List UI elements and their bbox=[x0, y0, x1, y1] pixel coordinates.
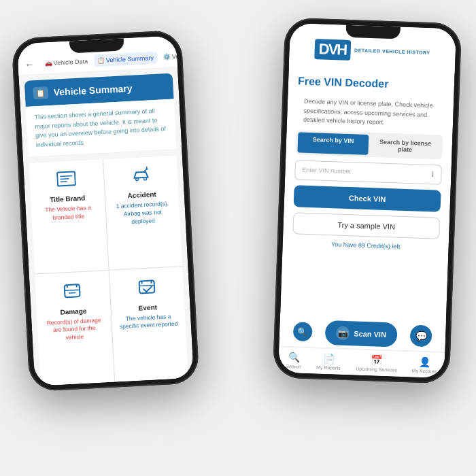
vin-input-row[interactable]: Enter VIN number ℹ bbox=[294, 160, 442, 185]
footer-account-label: My Account bbox=[412, 368, 437, 373]
search-icon: 🔍 bbox=[297, 327, 307, 337]
chat-icon: 💬 bbox=[415, 330, 428, 342]
info-icon: ℹ bbox=[431, 170, 434, 179]
title-brand-icon bbox=[56, 170, 77, 191]
check-vin-button[interactable]: Check VIN bbox=[294, 185, 441, 212]
accident-status: 1 accident record(s). Airbag was not dep… bbox=[112, 200, 173, 227]
accident-icon bbox=[130, 166, 152, 188]
tab-search-vin[interactable]: Search by VIN bbox=[297, 132, 369, 155]
event-label: Event bbox=[138, 303, 157, 311]
section-description: This section shows a general summary of … bbox=[26, 99, 177, 158]
tab-ve[interactable]: ⚙️ Ve... bbox=[159, 50, 188, 63]
svg-line-1 bbox=[61, 175, 73, 176]
footer-search[interactable]: 🔍 Search bbox=[286, 352, 301, 369]
footer-upcoming[interactable]: 📅 Upcoming Services bbox=[356, 354, 397, 373]
credits-text: You have 89 Credit(s) left bbox=[292, 239, 439, 252]
card-event[interactable]: Event The vehicle has a specific event r… bbox=[109, 267, 188, 382]
card-title-brand[interactable]: Title Brand The Vehicle has a branded ti… bbox=[29, 159, 108, 273]
phone-2-content: DVH DETAILED VEHICLE HISTORY Free VIN De… bbox=[278, 23, 456, 378]
decoder-subtitle: Decode any VIN or license plate. Check v… bbox=[296, 97, 444, 129]
svg-line-2 bbox=[61, 179, 69, 180]
footer-account-icon: 👤 bbox=[419, 356, 431, 368]
vin-input-placeholder: Enter VIN number bbox=[302, 167, 351, 175]
phone-1-tabs: 🚗 Vehicle Data 📋 Vehicle Summary ⚙️ Ve..… bbox=[41, 50, 188, 69]
footer-reports-icon: 📄 bbox=[323, 353, 335, 364]
card-accident[interactable]: Accident 1 accident record(s). Airbag wa… bbox=[103, 155, 183, 269]
back-icon[interactable]: ← bbox=[24, 58, 35, 70]
search-tabs: Search by VIN Search by license plate bbox=[295, 130, 443, 160]
phone-2-notch bbox=[345, 25, 401, 39]
card-damage[interactable]: Damage Record(s) of damage are found for… bbox=[35, 270, 114, 386]
svg-line-3 bbox=[61, 182, 67, 182]
footer-upcoming-label: Upcoming Services bbox=[356, 367, 397, 373]
accident-label: Accident bbox=[127, 190, 156, 199]
phone-1: ← 🚗 Vehicle Data 📋 Vehicle Summary ⚙️ bbox=[12, 30, 200, 392]
footer-reports-label: My Reports bbox=[316, 365, 341, 371]
vehicle-summary-grid: Title Brand The Vehicle has a branded ti… bbox=[29, 155, 188, 386]
ve-label: Ve... bbox=[172, 53, 185, 61]
sample-vin-button[interactable]: Try a sample VIN bbox=[292, 212, 440, 239]
tab-badge: 6 bbox=[191, 51, 194, 61]
footer-search-icon: 🔍 bbox=[288, 352, 300, 363]
svg-point-5 bbox=[143, 177, 146, 180]
scan-vin-button[interactable]: 📷 Scan VIN bbox=[325, 320, 398, 347]
phone-2-body: Free VIN Decoder Decode any VIN or licen… bbox=[282, 68, 454, 258]
event-icon bbox=[137, 277, 156, 300]
ve-icon: ⚙️ bbox=[163, 54, 171, 61]
scan-vin-label: Scan VIN bbox=[354, 329, 386, 339]
title-brand-label: Title Brand bbox=[50, 194, 86, 204]
footer-search-label: Search bbox=[286, 364, 301, 369]
decoder-title: Free VIN Decoder bbox=[298, 75, 445, 92]
footer-reports[interactable]: 📄 My Reports bbox=[316, 353, 341, 371]
svg-point-4 bbox=[135, 177, 138, 180]
footer-upcoming-icon: 📅 bbox=[371, 354, 383, 366]
damage-label: Damage bbox=[60, 307, 86, 316]
logo-box: DVH bbox=[314, 39, 350, 61]
section-header-icon: 📋 bbox=[33, 86, 48, 99]
title-brand-status: The Vehicle has a branded title bbox=[38, 204, 99, 223]
scene: ← 🚗 Vehicle Data 📋 Vehicle Summary ⚙️ bbox=[7, 14, 469, 462]
chat-button[interactable]: 💬 bbox=[410, 324, 432, 347]
vehicle-summary-icon: 📋 bbox=[97, 57, 105, 65]
scan-icon: 📷 bbox=[336, 326, 350, 341]
tab-vehicle-summary[interactable]: 📋 Vehicle Summary bbox=[94, 52, 158, 67]
tab-search-plate[interactable]: Search by license plate bbox=[369, 135, 441, 158]
section-title: Vehicle Summary bbox=[53, 83, 133, 98]
phone-2-footer: 🔍 Search 📄 My Reports 📅 Upcoming Service… bbox=[278, 347, 445, 378]
vehicle-data-label: Vehicle Data bbox=[53, 58, 88, 67]
footer-account[interactable]: 👤 My Account bbox=[412, 356, 437, 373]
logo-subtitle: DETAILED VEHICLE HISTORY bbox=[354, 47, 430, 56]
phone-1-content: ← 🚗 Vehicle Data 📋 Vehicle Summary ⚙️ bbox=[17, 35, 194, 386]
damage-status: Record(s) of damage are found for the ve… bbox=[44, 316, 105, 343]
vehicle-data-icon: 🚗 bbox=[44, 60, 52, 67]
search-circle-icon[interactable]: 🔍 bbox=[292, 322, 312, 341]
damage-icon bbox=[63, 282, 82, 304]
dvh-logo: DVH DETAILED VEHICLE HISTORY bbox=[300, 38, 445, 63]
vehicle-summary-label: Vehicle Summary bbox=[106, 54, 154, 64]
event-status: The vehicle has a specific event reporte… bbox=[118, 312, 180, 331]
phone-2: DVH DETAILED VEHICLE HISTORY Free VIN De… bbox=[273, 18, 462, 384]
tab-vehicle-data[interactable]: 🚗 Vehicle Data bbox=[41, 55, 91, 70]
